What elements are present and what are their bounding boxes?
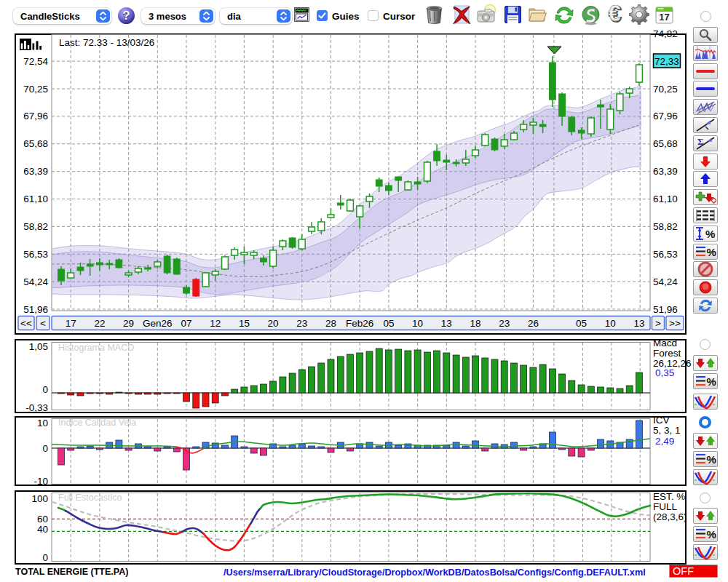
svg-text:Indice Calidad Vela: Indice Calidad Vela [58, 418, 136, 428]
svg-text:10: 10 [412, 318, 423, 329]
svg-text:10: 10 [605, 318, 616, 329]
svg-text:0: 0 [42, 443, 48, 454]
svg-text:23: 23 [296, 318, 307, 329]
svg-text:72,33: 72,33 [654, 56, 679, 67]
svg-text:2,49: 2,49 [655, 436, 674, 447]
svg-text:0: 0 [42, 384, 48, 395]
svg-text:40: 40 [37, 524, 48, 535]
svg-text:54,24: 54,24 [23, 276, 48, 287]
svg-text:0,35: 0,35 [655, 367, 674, 378]
svg-text:67,96: 67,96 [23, 111, 48, 121]
svg-text:Macd: Macd [653, 338, 677, 348]
svg-text:Feb26: Feb26 [346, 318, 373, 329]
svg-text:FULL: FULL [653, 501, 678, 512]
svg-text:0: 0 [42, 552, 48, 563]
svg-text:13: 13 [633, 318, 644, 329]
svg-text:56,53: 56,53 [653, 249, 678, 260]
svg-text:61,10: 61,10 [653, 194, 678, 204]
svg-text:EST. %: EST. % [653, 491, 685, 502]
svg-text:58,82: 58,82 [23, 221, 48, 232]
svg-text:58,82: 58,82 [653, 221, 678, 232]
svg-text:13: 13 [441, 318, 452, 329]
svg-text:Σ: Σ [697, 136, 704, 147]
svg-text:<<: << [20, 318, 32, 329]
svg-text:17: 17 [66, 318, 76, 329]
svg-text:>>: >> [669, 318, 681, 329]
svg-text:15: 15 [239, 318, 250, 329]
svg-text:%: % [707, 453, 716, 466]
svg-text:63,39: 63,39 [653, 166, 678, 177]
svg-text:07: 07 [181, 318, 191, 329]
svg-text:56,53: 56,53 [23, 249, 48, 260]
svg-text:61,10: 61,10 [23, 194, 48, 204]
svg-text:60: 60 [37, 514, 48, 525]
svg-text:67,96: 67,96 [653, 111, 678, 121]
svg-text:€: € [608, 4, 620, 25]
svg-text:70,25: 70,25 [23, 84, 48, 95]
svg-text:51,96: 51,96 [23, 304, 48, 315]
svg-text:<: < [40, 318, 46, 329]
svg-text:%: % [705, 228, 715, 240]
svg-text:72,54: 72,54 [23, 56, 48, 67]
svg-text:65,68: 65,68 [23, 138, 48, 149]
svg-text:Forest: Forest [653, 348, 681, 359]
svg-text:%: % [707, 375, 716, 388]
svg-text:54,24: 54,24 [653, 276, 678, 287]
svg-text:63,39: 63,39 [23, 166, 48, 177]
svg-text:10: 10 [37, 418, 48, 428]
svg-text:(28,3,6): (28,3,6) [653, 511, 687, 522]
svg-text:>: > [655, 318, 661, 329]
svg-text:Gen26: Gen26 [143, 318, 173, 329]
svg-text:26: 26 [528, 318, 539, 329]
svg-text:28: 28 [325, 318, 336, 329]
svg-text:17: 17 [659, 12, 669, 23]
svg-text:12: 12 [210, 318, 221, 329]
svg-text:51,96: 51,96 [653, 304, 678, 315]
svg-text:70,25: 70,25 [653, 84, 678, 95]
svg-text:%: % [707, 528, 716, 541]
svg-text:-0,33: -0,33 [25, 402, 48, 413]
svg-text:22: 22 [94, 318, 105, 329]
svg-text:100: 100 [31, 493, 48, 504]
svg-text:1,05: 1,05 [29, 341, 48, 352]
svg-text:05: 05 [383, 318, 394, 329]
svg-text:23: 23 [499, 318, 510, 329]
svg-text:ICV: ICV [653, 415, 670, 426]
svg-text:Histograma MACD: Histograma MACD [58, 343, 134, 353]
svg-text:-10: -10 [33, 476, 48, 487]
svg-text:65,68: 65,68 [653, 138, 678, 149]
svg-text:29: 29 [123, 318, 134, 329]
svg-text:%: % [707, 246, 716, 258]
svg-text:05: 05 [576, 318, 587, 329]
svg-text:18: 18 [470, 318, 480, 329]
svg-text:Full Estocastico: Full Estocastico [58, 493, 122, 503]
svg-text:20: 20 [268, 318, 279, 329]
svg-text:Last: 72.33 - 13/03/26: Last: 72.33 - 13/03/26 [59, 37, 154, 48]
svg-text:5, 3, 1: 5, 3, 1 [653, 425, 681, 436]
svg-text:74,82: 74,82 [653, 28, 678, 39]
